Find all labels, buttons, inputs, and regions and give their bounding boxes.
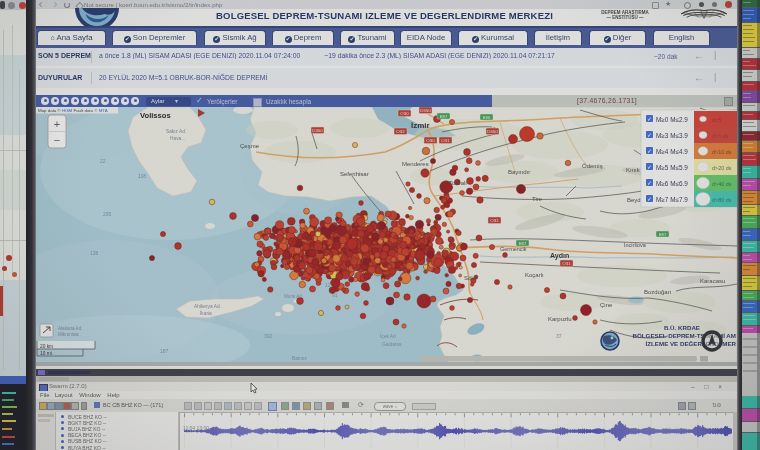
svg-text:Aydın: Aydın xyxy=(550,252,569,260)
svg-text:D550: D550 xyxy=(487,129,498,134)
svg-text:İncirliova: İncirliova xyxy=(624,242,647,248)
svg-text:Volissos: Volissos xyxy=(140,111,171,120)
svg-text:✓: ✓ xyxy=(647,196,652,202)
svg-text:Sakız Ad.: Sakız Ad. xyxy=(166,129,186,134)
svg-text:O30: O30 xyxy=(400,111,409,116)
svg-text:E96: E96 xyxy=(483,115,491,120)
svg-text:Map data © HGM Fault data © MT: Map data © HGM Fault data © MTA xyxy=(38,108,108,113)
svg-text:Seferihisar: Seferihisar xyxy=(340,171,369,177)
svg-text:Germencik: Germencik xyxy=(500,246,527,252)
svg-text:E87: E87 xyxy=(519,241,527,246)
svg-text:O31: O31 xyxy=(562,261,571,266)
svg-text:✓: ✓ xyxy=(647,116,652,122)
svg-text:✓: ✓ xyxy=(647,148,652,154)
svg-text:392: 392 xyxy=(264,333,273,339)
svg-text:E87: E87 xyxy=(659,232,667,237)
svg-text:37: 37 xyxy=(556,333,562,339)
svg-text:✓: ✓ xyxy=(647,180,652,186)
svg-text:E87: E87 xyxy=(440,114,448,119)
svg-text:Hava...: Hava... xyxy=(170,136,185,141)
svg-text:d>20 ds: d>20 ds xyxy=(712,165,732,171)
svg-text:118: 118 xyxy=(138,173,146,179)
svg-text:d>80 ds: d>80 ds xyxy=(712,197,732,203)
svg-text:M≥7 M≤7.9: M≥7 M≤7.9 xyxy=(656,196,688,203)
svg-text:İzmir: İzmir xyxy=(411,121,430,130)
svg-text:M≥0 M≤2.9: M≥0 M≤2.9 xyxy=(656,116,688,123)
svg-text:22: 22 xyxy=(100,158,106,164)
svg-text:187: 187 xyxy=(160,348,169,354)
svg-text:O31: O31 xyxy=(490,218,499,223)
svg-text:B.Ü. KRDAE: B.Ü. KRDAE xyxy=(664,324,700,331)
svg-text:O32: O32 xyxy=(396,129,405,134)
svg-text:10 mi: 10 mi xyxy=(40,351,52,356)
svg-text:d>40 ds: d>40 ds xyxy=(712,181,732,187)
svg-text:20 km: 20 km xyxy=(40,344,53,349)
svg-text:✓: ✓ xyxy=(647,132,652,138)
svg-text:+: + xyxy=(54,118,60,130)
svg-text:İçek Ad: İçek Ad xyxy=(380,333,396,339)
svg-text:Menderes: Menderes xyxy=(402,161,429,167)
svg-text:Gaidaros: Gaidaros xyxy=(382,342,402,347)
svg-text:d>10 ds: d>10 ds xyxy=(712,149,732,155)
svg-text:Çine: Çine xyxy=(600,302,613,308)
svg-text:Alakana Ad.: Alakana Ad. xyxy=(58,326,83,331)
svg-text:Mursi Ad.: Mursi Ad. xyxy=(284,294,303,299)
svg-text:Koçarlı: Koçarlı xyxy=(525,272,544,278)
svg-text:Bayındır: Bayındır xyxy=(508,169,530,175)
svg-text:Karacasu: Karacasu xyxy=(700,278,725,284)
svg-text:İkaria: İkaria xyxy=(200,310,212,316)
svg-text:Tire: Tire xyxy=(532,196,543,202)
svg-text:M≥6 M≤6.9: M≥6 M≤6.9 xyxy=(656,180,688,187)
svg-text:D300: D300 xyxy=(312,128,323,133)
svg-text:d>5 ds: d>5 ds xyxy=(712,133,729,139)
svg-text:✓: ✓ xyxy=(647,164,652,170)
svg-text:O31: O31 xyxy=(441,138,450,143)
svg-text:M≥3 M≤3.9: M≥3 M≤3.9 xyxy=(656,132,688,139)
svg-text:138: 138 xyxy=(90,250,99,256)
svg-text:Mikronisia: Mikronisia xyxy=(58,332,79,337)
svg-text:D550: D550 xyxy=(420,108,431,113)
svg-text:Bozdoğan: Bozdoğan xyxy=(644,289,671,295)
svg-text:M≥5 M≤5.9: M≥5 M≤5.9 xyxy=(656,164,688,171)
svg-text:Ahikerya Ad.: Ahikerya Ad. xyxy=(194,304,221,309)
svg-text:Kınık: Kınık xyxy=(626,167,641,173)
svg-text:−: − xyxy=(54,134,60,146)
svg-text:Torbalı: Torbalı xyxy=(449,180,467,186)
svg-text:Ödemiş: Ödemiş xyxy=(582,163,603,169)
svg-text:Söke: Söke xyxy=(464,275,478,281)
svg-text:Batnoz: Batnoz xyxy=(292,356,308,361)
svg-text:İZLEME VE DEĞERLENDİ MER: İZLEME VE DEĞERLENDİ MER xyxy=(646,340,737,347)
svg-text:295: 295 xyxy=(103,211,112,217)
svg-text:O30: O30 xyxy=(426,138,435,143)
svg-text:d<5: d<5 xyxy=(712,117,721,123)
svg-text:Çeşme: Çeşme xyxy=(240,143,260,149)
svg-text:Karpuzlu: Karpuzlu xyxy=(548,316,572,322)
svg-text:M≥4 M≤4.9: M≥4 M≤4.9 xyxy=(656,148,688,155)
